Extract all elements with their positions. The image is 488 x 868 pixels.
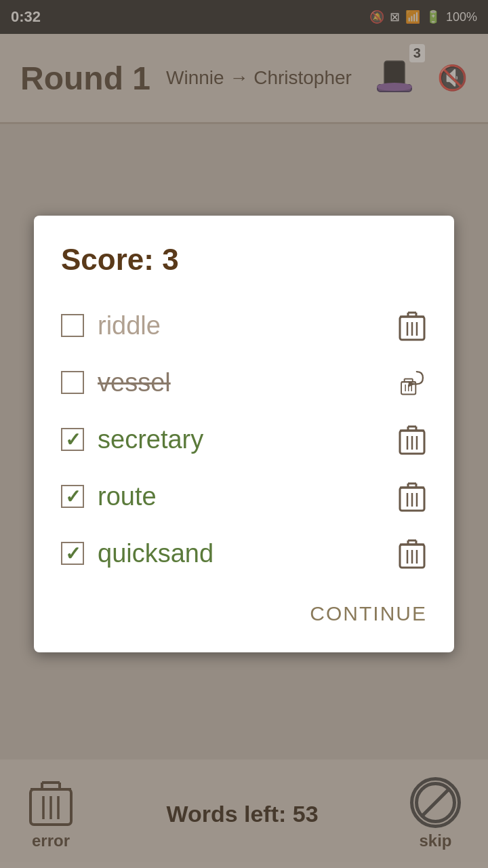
trash-svg-route (397, 479, 427, 513)
list-item: ✓ route (61, 468, 427, 525)
trash-svg-riddle (397, 309, 427, 342)
word-text-secretary: secretary (98, 425, 203, 454)
list-item: ✓ secretary (61, 411, 427, 468)
trash-icon-quicksand[interactable] (397, 537, 427, 570)
trash-undo-svg (397, 363, 427, 402)
continue-button[interactable]: CONTINUE (310, 595, 427, 632)
score-title: Score: 3 (61, 243, 427, 277)
list-item: ✓ quicksand (61, 525, 427, 582)
trash-undo-icon-vessel[interactable] (397, 366, 427, 399)
continue-button-container[interactable]: CONTINUE (61, 595, 427, 632)
trash-icon-route[interactable] (397, 480, 427, 513)
trash-icon-secretary[interactable] (397, 423, 427, 456)
checkbox-quicksand[interactable]: ✓ (61, 542, 84, 565)
trash-svg-quicksand (397, 536, 427, 570)
word-text-riddle: riddle (98, 311, 161, 340)
list-item: vessel (61, 354, 427, 411)
checkbox-secretary[interactable]: ✓ (61, 428, 84, 451)
word-text-vessel: vessel (98, 368, 171, 397)
word-text-route: route (98, 482, 157, 511)
checkmark-route: ✓ (65, 486, 81, 508)
word-left-quicksand: ✓ quicksand (61, 539, 214, 568)
checkbox-riddle[interactable] (61, 314, 84, 337)
checkbox-vessel[interactable] (61, 371, 84, 394)
word-left-route: ✓ route (61, 482, 157, 511)
checkbox-route[interactable]: ✓ (61, 485, 84, 508)
modal-overlay: Score: 3 riddle (0, 0, 488, 868)
word-left-riddle: riddle (61, 311, 161, 340)
score-modal: Score: 3 riddle (34, 216, 454, 652)
word-left-secretary: ✓ secretary (61, 425, 203, 454)
list-item: riddle (61, 297, 427, 354)
word-list: riddle (61, 297, 427, 582)
word-text-quicksand: quicksand (98, 539, 214, 568)
trash-icon-riddle[interactable] (397, 309, 427, 342)
word-left-vessel: vessel (61, 368, 171, 397)
checkmark-secretary: ✓ (65, 429, 81, 451)
checkmark-quicksand: ✓ (65, 542, 81, 565)
trash-svg-secretary (397, 422, 427, 456)
